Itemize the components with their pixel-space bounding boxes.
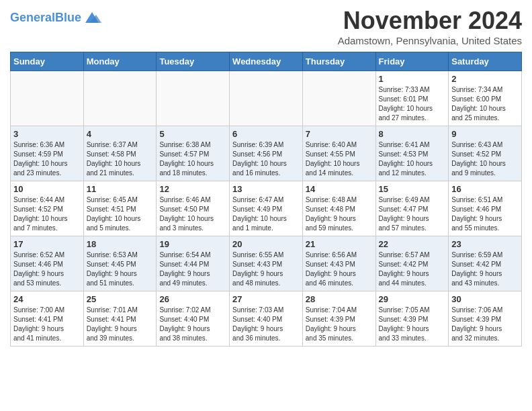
calendar-cell: 11Sunrise: 6:45 AM Sunset: 4:51 PM Dayli… bbox=[83, 181, 157, 236]
day-info: Sunrise: 6:39 AM Sunset: 4:56 PM Dayligh… bbox=[232, 140, 300, 178]
calendar-cell: 17Sunrise: 6:52 AM Sunset: 4:46 PM Dayli… bbox=[11, 236, 84, 291]
calendar-cell: 18Sunrise: 6:53 AM Sunset: 4:45 PM Dayli… bbox=[83, 236, 157, 291]
day-info: Sunrise: 7:05 AM Sunset: 4:39 PM Dayligh… bbox=[379, 306, 446, 343]
calendar-week-row: 24Sunrise: 7:00 AM Sunset: 4:41 PM Dayli… bbox=[11, 291, 522, 347]
day-number: 22 bbox=[379, 239, 446, 249]
calendar-cell: 5Sunrise: 6:38 AM Sunset: 4:57 PM Daylig… bbox=[157, 126, 230, 181]
title-block: November 2024 Adamstown, Pennsylvania, U… bbox=[338, 7, 522, 46]
day-number: 16 bbox=[451, 184, 519, 194]
location: Adamstown, Pennsylvania, United States bbox=[338, 35, 522, 46]
calendar-cell: 23Sunrise: 6:59 AM Sunset: 4:42 PM Dayli… bbox=[449, 236, 522, 291]
day-number: 10 bbox=[13, 184, 81, 194]
day-info: Sunrise: 6:40 AM Sunset: 4:55 PM Dayligh… bbox=[306, 140, 373, 178]
page-header: GeneralBlue November 2024 Adamstown, Pen… bbox=[10, 7, 522, 46]
day-number: 15 bbox=[379, 184, 446, 194]
calendar-cell: 27Sunrise: 7:03 AM Sunset: 4:40 PM Dayli… bbox=[230, 291, 303, 347]
calendar-cell: 13Sunrise: 6:47 AM Sunset: 4:49 PM Dayli… bbox=[230, 181, 303, 236]
day-number: 19 bbox=[159, 239, 226, 249]
calendar-cell: 7Sunrise: 6:40 AM Sunset: 4:55 PM Daylig… bbox=[302, 126, 375, 181]
day-number: 13 bbox=[232, 184, 300, 194]
calendar-cell: 3Sunrise: 6:36 AM Sunset: 4:59 PM Daylig… bbox=[11, 126, 84, 181]
logo-icon bbox=[83, 11, 101, 24]
calendar-cell bbox=[83, 71, 157, 126]
day-info: Sunrise: 6:44 AM Sunset: 4:52 PM Dayligh… bbox=[13, 195, 81, 233]
day-number: 8 bbox=[379, 129, 446, 139]
day-info: Sunrise: 6:52 AM Sunset: 4:46 PM Dayligh… bbox=[13, 250, 81, 288]
calendar-cell bbox=[11, 71, 84, 126]
day-info: Sunrise: 6:43 AM Sunset: 4:52 PM Dayligh… bbox=[451, 140, 519, 178]
month-title: November 2024 bbox=[338, 7, 522, 35]
calendar-cell: 6Sunrise: 6:39 AM Sunset: 4:56 PM Daylig… bbox=[230, 126, 303, 181]
calendar-cell bbox=[230, 71, 303, 126]
day-number: 27 bbox=[232, 294, 300, 304]
calendar-week-row: 10Sunrise: 6:44 AM Sunset: 4:52 PM Dayli… bbox=[11, 181, 522, 236]
day-info: Sunrise: 6:46 AM Sunset: 4:50 PM Dayligh… bbox=[159, 195, 226, 233]
day-info: Sunrise: 6:59 AM Sunset: 4:42 PM Dayligh… bbox=[451, 250, 519, 288]
calendar-header-row: SundayMondayTuesdayWednesdayThursdayFrid… bbox=[11, 52, 522, 71]
day-number: 4 bbox=[87, 129, 154, 139]
day-number: 26 bbox=[159, 294, 226, 304]
calendar-week-row: 1Sunrise: 7:33 AM Sunset: 6:01 PM Daylig… bbox=[11, 71, 522, 126]
weekday-header-wednesday: Wednesday bbox=[230, 52, 303, 71]
logo-general: General bbox=[10, 11, 55, 24]
day-info: Sunrise: 7:33 AM Sunset: 6:01 PM Dayligh… bbox=[379, 85, 446, 123]
day-info: Sunrise: 6:53 AM Sunset: 4:45 PM Dayligh… bbox=[87, 250, 154, 288]
day-number: 5 bbox=[159, 129, 226, 139]
calendar-cell: 16Sunrise: 6:51 AM Sunset: 4:46 PM Dayli… bbox=[449, 181, 522, 236]
day-number: 28 bbox=[306, 294, 373, 304]
weekday-header-sunday: Sunday bbox=[11, 52, 84, 71]
day-number: 6 bbox=[232, 129, 300, 139]
weekday-header-tuesday: Tuesday bbox=[157, 52, 230, 71]
calendar-cell: 29Sunrise: 7:05 AM Sunset: 4:39 PM Dayli… bbox=[375, 291, 449, 347]
day-info: Sunrise: 6:45 AM Sunset: 4:51 PM Dayligh… bbox=[87, 195, 154, 233]
day-info: Sunrise: 7:34 AM Sunset: 6:00 PM Dayligh… bbox=[451, 85, 519, 123]
day-number: 1 bbox=[379, 74, 446, 84]
logo-blue: Blue bbox=[55, 11, 81, 24]
calendar-cell: 28Sunrise: 7:04 AM Sunset: 4:39 PM Dayli… bbox=[302, 291, 375, 347]
day-info: Sunrise: 7:01 AM Sunset: 4:41 PM Dayligh… bbox=[87, 306, 154, 343]
day-info: Sunrise: 7:02 AM Sunset: 4:40 PM Dayligh… bbox=[159, 306, 226, 343]
weekday-header-thursday: Thursday bbox=[302, 52, 375, 71]
logo-text: GeneralBlue bbox=[10, 11, 81, 24]
day-info: Sunrise: 6:49 AM Sunset: 4:47 PM Dayligh… bbox=[379, 195, 446, 233]
day-info: Sunrise: 6:37 AM Sunset: 4:58 PM Dayligh… bbox=[87, 140, 154, 178]
calendar-cell: 19Sunrise: 6:54 AM Sunset: 4:44 PM Dayli… bbox=[157, 236, 230, 291]
calendar-cell bbox=[302, 71, 375, 126]
calendar-cell: 12Sunrise: 6:46 AM Sunset: 4:50 PM Dayli… bbox=[157, 181, 230, 236]
day-info: Sunrise: 7:00 AM Sunset: 4:41 PM Dayligh… bbox=[13, 306, 81, 343]
day-number: 30 bbox=[451, 294, 519, 304]
day-number: 12 bbox=[159, 184, 226, 194]
calendar-cell: 1Sunrise: 7:33 AM Sunset: 6:01 PM Daylig… bbox=[375, 71, 449, 126]
day-info: Sunrise: 6:57 AM Sunset: 4:42 PM Dayligh… bbox=[379, 250, 446, 288]
logo: GeneralBlue bbox=[10, 11, 101, 24]
day-number: 14 bbox=[306, 184, 373, 194]
day-number: 11 bbox=[87, 184, 154, 194]
weekday-header-saturday: Saturday bbox=[449, 52, 522, 71]
calendar-cell: 15Sunrise: 6:49 AM Sunset: 4:47 PM Dayli… bbox=[375, 181, 449, 236]
calendar-week-row: 3Sunrise: 6:36 AM Sunset: 4:59 PM Daylig… bbox=[11, 126, 522, 181]
day-number: 17 bbox=[13, 239, 81, 249]
calendar-cell: 30Sunrise: 7:06 AM Sunset: 4:39 PM Dayli… bbox=[449, 291, 522, 347]
day-info: Sunrise: 6:47 AM Sunset: 4:49 PM Dayligh… bbox=[232, 195, 300, 233]
day-number: 21 bbox=[306, 239, 373, 249]
day-info: Sunrise: 7:04 AM Sunset: 4:39 PM Dayligh… bbox=[306, 306, 373, 343]
day-info: Sunrise: 6:54 AM Sunset: 4:44 PM Dayligh… bbox=[159, 250, 226, 288]
day-number: 20 bbox=[232, 239, 300, 249]
calendar-table: SundayMondayTuesdayWednesdayThursdayFrid… bbox=[10, 52, 522, 347]
calendar-cell: 8Sunrise: 6:41 AM Sunset: 4:53 PM Daylig… bbox=[375, 126, 449, 181]
day-number: 2 bbox=[451, 74, 519, 84]
day-number: 18 bbox=[87, 239, 154, 249]
calendar-cell: 21Sunrise: 6:56 AM Sunset: 4:43 PM Dayli… bbox=[302, 236, 375, 291]
calendar-week-row: 17Sunrise: 6:52 AM Sunset: 4:46 PM Dayli… bbox=[11, 236, 522, 291]
day-info: Sunrise: 7:06 AM Sunset: 4:39 PM Dayligh… bbox=[451, 306, 519, 343]
calendar-cell: 10Sunrise: 6:44 AM Sunset: 4:52 PM Dayli… bbox=[11, 181, 84, 236]
day-number: 29 bbox=[379, 294, 446, 304]
day-info: Sunrise: 6:51 AM Sunset: 4:46 PM Dayligh… bbox=[451, 195, 519, 233]
day-number: 25 bbox=[87, 294, 154, 304]
day-info: Sunrise: 6:38 AM Sunset: 4:57 PM Dayligh… bbox=[159, 140, 226, 178]
day-number: 9 bbox=[451, 129, 519, 139]
day-number: 3 bbox=[13, 129, 81, 139]
day-info: Sunrise: 7:03 AM Sunset: 4:40 PM Dayligh… bbox=[232, 306, 300, 343]
calendar-cell: 24Sunrise: 7:00 AM Sunset: 4:41 PM Dayli… bbox=[11, 291, 84, 347]
weekday-header-friday: Friday bbox=[375, 52, 449, 71]
